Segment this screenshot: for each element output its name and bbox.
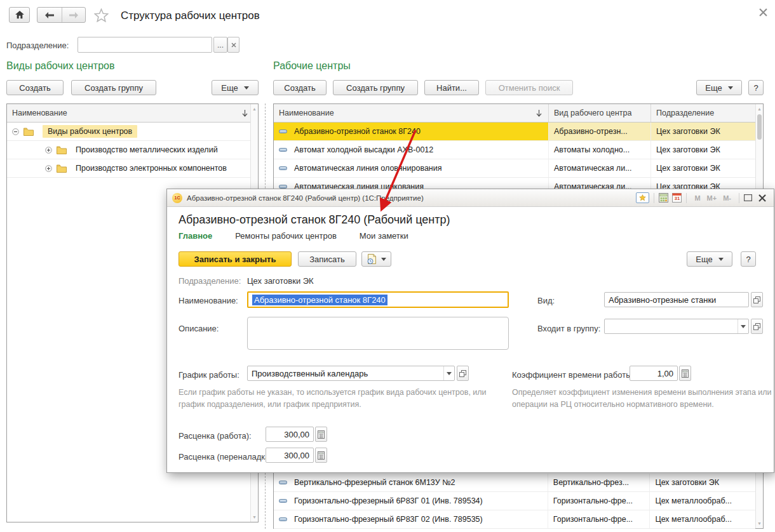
cancel-search-button[interactable]: Отменить поиск bbox=[485, 80, 573, 95]
department-value: Цех заготовки ЭК bbox=[247, 276, 314, 286]
group-combobox[interactable] bbox=[604, 319, 749, 334]
dropdown-arrow-icon bbox=[718, 258, 724, 261]
memory-mplus-button[interactable]: M+ bbox=[707, 194, 717, 202]
star-icon bbox=[639, 194, 646, 201]
right-more-button[interactable]: Еще bbox=[696, 80, 742, 95]
right-create-group-button[interactable]: Создать группу bbox=[333, 80, 418, 95]
left-create-button[interactable]: Создать bbox=[6, 80, 64, 95]
name-input[interactable]: Абразивно-отрезной станок 8Г240 bbox=[247, 291, 509, 308]
clear-x-icon bbox=[231, 43, 236, 48]
table-rows-below-dialog: Вертикально-фрезерный станок 6М13У №2 Ве… bbox=[274, 474, 755, 529]
combo-dropdown-button[interactable] bbox=[738, 319, 748, 333]
group-open-button[interactable] bbox=[751, 319, 763, 334]
department-filter-label: Подразделение: bbox=[6, 41, 69, 50]
work-center-item-icon bbox=[279, 481, 287, 484]
department-label: Подразделение: bbox=[179, 276, 241, 286]
tree-row-child[interactable]: Производство электронных компонентов bbox=[7, 159, 258, 178]
calculator-button[interactable] bbox=[659, 193, 668, 203]
dropdown-arrow-icon bbox=[447, 372, 452, 375]
folder-icon bbox=[24, 128, 34, 136]
rate-work-group: 300,00 bbox=[266, 427, 327, 442]
right-table-header[interactable]: Наименование Вид рабочего центра Подразд… bbox=[274, 104, 763, 123]
home-button[interactable] bbox=[9, 7, 30, 23]
coefficient-input[interactable]: 1,00 bbox=[630, 366, 678, 381]
folder-icon bbox=[57, 146, 67, 154]
page-title: Структура рабочих центров bbox=[121, 10, 260, 22]
department-filter-choose-button[interactable]: ... bbox=[213, 37, 227, 53]
department-filter-input[interactable] bbox=[78, 37, 212, 53]
rate-setup-input[interactable]: 300,00 bbox=[266, 448, 314, 463]
kind-value: Абразивно-отрезные станки bbox=[609, 295, 716, 305]
table-row[interactable]: Автоматическая линия оловянирования Авто… bbox=[274, 159, 763, 178]
maximize-button[interactable] bbox=[744, 194, 752, 201]
schedule-field-group: Производственный календарь bbox=[247, 366, 469, 381]
favorite-button[interactable] bbox=[636, 192, 649, 203]
dialog-titlebar[interactable]: 1С Абразивно-отрезной станок 8Г240 (Рабо… bbox=[167, 189, 774, 207]
tree-row-root[interactable]: Виды рабочих центров bbox=[7, 123, 258, 141]
scroll-down-icon: ▼ bbox=[251, 515, 258, 519]
expand-icon[interactable] bbox=[45, 165, 52, 172]
save-button[interactable]: Записать bbox=[298, 251, 356, 267]
titlebar-separator bbox=[686, 193, 687, 203]
left-table-header[interactable]: Наименование bbox=[7, 104, 258, 123]
back-button[interactable] bbox=[37, 8, 62, 22]
scroll-up-icon: ▲ bbox=[251, 107, 258, 111]
tab-main[interactable]: Главное bbox=[179, 231, 212, 241]
kind-input[interactable]: Абразивно-отрезные станки bbox=[604, 292, 749, 307]
combo-dropdown-button[interactable] bbox=[443, 366, 454, 380]
tree-child-label: Производство металлических изделий bbox=[76, 145, 218, 154]
left-more-button[interactable]: Еще bbox=[212, 80, 259, 95]
change-history-button[interactable] bbox=[361, 251, 391, 267]
memory-m-button[interactable]: M bbox=[694, 194, 700, 202]
titlebar-separator bbox=[739, 193, 739, 203]
schedule-combobox[interactable]: Производственный календарь bbox=[247, 366, 455, 381]
close-icon bbox=[759, 8, 767, 17]
dialog-close-button[interactable] bbox=[758, 194, 766, 202]
dialog-title-text: Абразивно-отрезной станок 8Г240 (Рабочий… bbox=[187, 194, 424, 202]
save-and-close-button[interactable]: Записать и закрыть bbox=[179, 251, 292, 267]
description-textarea[interactable] bbox=[247, 317, 509, 350]
sort-desc-icon bbox=[242, 110, 248, 117]
right-help-button[interactable]: ? bbox=[748, 80, 764, 95]
left-create-group-button[interactable]: Создать группу bbox=[71, 80, 156, 95]
column-name[interactable]: Наименование bbox=[274, 104, 548, 122]
column-type[interactable]: Вид рабочего центра bbox=[548, 104, 650, 122]
work-center-item-icon bbox=[279, 517, 287, 521]
right-create-button[interactable]: Создать bbox=[273, 80, 327, 95]
department-filter-clear-button[interactable] bbox=[227, 37, 239, 53]
calculator-icon bbox=[318, 430, 325, 439]
open-icon bbox=[753, 323, 760, 330]
rate-work-input[interactable]: 300,00 bbox=[266, 427, 314, 442]
forward-button[interactable] bbox=[62, 8, 86, 22]
favorite-star-icon[interactable] bbox=[94, 8, 109, 22]
tree-row-child[interactable]: Производство металлических изделий bbox=[7, 141, 258, 159]
rate-setup-calc-button[interactable] bbox=[315, 448, 327, 463]
table-row[interactable]: Горизонтально-фрезерный 6Р83Г 01 (Инв. 7… bbox=[274, 492, 755, 510]
dropdown-arrow-icon bbox=[381, 258, 386, 261]
scrollbar-thumb[interactable] bbox=[757, 114, 762, 140]
rate-work-calc-button[interactable] bbox=[315, 427, 327, 442]
app-close-button[interactable] bbox=[759, 8, 767, 17]
calculator-icon bbox=[659, 193, 668, 203]
memory-mminus-button[interactable]: M- bbox=[723, 194, 731, 202]
column-dept[interactable]: Подразделение bbox=[650, 104, 757, 122]
expand-icon[interactable] bbox=[45, 147, 52, 154]
dialog-more-button[interactable]: Еще bbox=[687, 251, 732, 267]
calendar-button[interactable]: 31 bbox=[672, 193, 682, 203]
table-row[interactable]: Абразивно-отрезной станок 8Г240 Абразивн… bbox=[274, 123, 763, 141]
home-icon bbox=[15, 11, 24, 19]
kind-field-group: Абразивно-отрезные станки bbox=[604, 292, 763, 307]
table-row[interactable]: Автомат холодной высадки АХВ-0012 Автома… bbox=[274, 141, 763, 159]
schedule-open-button[interactable] bbox=[457, 366, 469, 381]
table-row[interactable]: Горизонтально-фрезерный 6Р83Г 02 (Инв. 7… bbox=[274, 510, 755, 529]
table-row[interactable]: Вертикально-фрезерный станок 6М13У №2 Ве… bbox=[274, 474, 755, 492]
kind-open-button[interactable] bbox=[751, 292, 763, 307]
collapse-icon[interactable] bbox=[12, 128, 19, 135]
tab-repairs[interactable]: Ремонты рабочих центров bbox=[235, 231, 337, 241]
coefficient-calc-button[interactable] bbox=[679, 366, 691, 381]
tree-child-label: Производство электронных компонентов bbox=[76, 164, 227, 173]
left-more-label: Еще bbox=[221, 83, 238, 93]
dialog-help-button[interactable]: ? bbox=[741, 251, 756, 267]
find-button[interactable]: Найти... bbox=[424, 80, 479, 95]
tab-notes[interactable]: Мои заметки bbox=[360, 231, 408, 241]
